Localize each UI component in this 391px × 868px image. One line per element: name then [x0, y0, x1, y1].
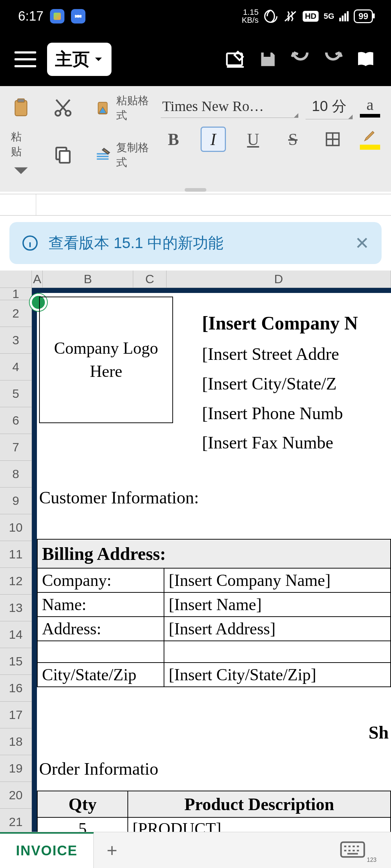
svg-rect-7	[60, 151, 70, 163]
row-header[interactable]: 17	[0, 702, 32, 728]
info-icon	[22, 235, 38, 251]
row-header[interactable]: 6	[0, 407, 32, 434]
row-header[interactable]: 19	[0, 755, 32, 782]
font-color-button[interactable]: a	[360, 95, 380, 118]
company-city: [Insert City/State/Z	[202, 369, 358, 399]
add-sheet-button[interactable]: +	[94, 840, 130, 861]
banner-close-button[interactable]: ✕	[355, 233, 369, 253]
borders-button[interactable]	[320, 127, 345, 152]
row-header[interactable]: 16	[0, 675, 32, 702]
table-row[interactable]: Address:[Insert Address]	[37, 617, 391, 641]
row-header[interactable]: 12	[0, 568, 32, 595]
table-row[interactable]: City/State/Zip[Insert City/State/Zip]	[37, 663, 391, 687]
font-color-letter: a	[366, 95, 374, 114]
cut-button[interactable]	[53, 98, 73, 118]
row-header[interactable]: 4	[0, 354, 32, 380]
underline-button[interactable]: U	[240, 127, 266, 152]
column-headers[interactable]: A B C D	[0, 271, 391, 288]
hd-badge: HD	[303, 11, 319, 22]
col-header-c[interactable]: C	[133, 271, 167, 288]
company-header-block[interactable]: [Insert Company N [Insert Street Addre […	[202, 307, 358, 458]
reading-mode-button[interactable]	[355, 48, 377, 70]
row-header[interactable]: 21	[0, 809, 32, 835]
row-header[interactable]: 8	[0, 461, 32, 488]
billing-value: [Insert Company Name]	[164, 568, 391, 592]
sync-icon	[264, 9, 278, 24]
network-speed: 1.15KB/s	[242, 8, 258, 24]
sheet-tab-invoice[interactable]: INVOICE	[0, 832, 94, 868]
billing-label: City/State/Zip	[37, 663, 164, 687]
row-header[interactable]: 9	[0, 488, 32, 514]
copy-format-button[interactable]: 复制格式	[95, 140, 150, 170]
chevron-down-icon	[11, 161, 31, 181]
billing-value: [Insert Address]	[164, 617, 391, 641]
font-size-select[interactable]: 10 分	[306, 93, 353, 119]
copy-button[interactable]	[53, 145, 73, 165]
row-header[interactable]: 20	[0, 782, 32, 809]
font-family-select[interactable]: Times New Ro…	[161, 95, 298, 118]
row-header[interactable]: 2	[0, 300, 32, 327]
order-header-desc: Product Description	[128, 791, 391, 817]
billing-header: Billing Address:	[37, 539, 391, 568]
sheet-tabs-bar: INVOICE + 123	[0, 832, 391, 868]
paste-format-button[interactable]: 粘贴格式	[95, 93, 150, 123]
billing-value: [Insert Name]	[164, 592, 391, 617]
col-header-a[interactable]: A	[32, 271, 43, 288]
whats-new-banner[interactable]: 查看版本 15.1 中的新功能 ✕	[9, 222, 382, 264]
table-row[interactable]: Company:[Insert Company Name]	[37, 568, 391, 592]
toolbar-collapse-handle[interactable]	[185, 188, 206, 192]
svg-rect-2	[18, 99, 25, 102]
customer-info-heading[interactable]: Customer Information:	[39, 488, 199, 507]
table-row[interactable]: Name:[Insert Name]	[37, 592, 391, 617]
signal-bars-icon	[339, 11, 349, 21]
highlight-button[interactable]	[360, 129, 380, 150]
row-header[interactable]: 18	[0, 728, 32, 755]
clock: 6:17	[18, 9, 43, 24]
row-header[interactable]: 11	[0, 541, 32, 568]
undo-button[interactable]	[290, 48, 311, 70]
shipping-heading-partial[interactable]: Sh	[369, 722, 389, 743]
edit-mode-button[interactable]	[224, 48, 246, 70]
save-button[interactable]	[257, 48, 279, 70]
row-header[interactable]: 14	[0, 621, 32, 648]
banner-text: 查看版本 15.1 中的新功能	[49, 233, 223, 253]
row-header[interactable]: 7	[0, 434, 32, 461]
paste-format-label: 粘贴格式	[116, 93, 150, 123]
row-header[interactable]: 15	[0, 648, 32, 675]
strikethrough-button[interactable]: S	[280, 127, 306, 152]
company-name: [Insert Company N	[202, 307, 358, 339]
bold-button[interactable]: B	[161, 127, 186, 152]
italic-button[interactable]: I	[201, 127, 226, 152]
row-header[interactable]: 5	[0, 380, 32, 407]
cell-reference-box[interactable]	[0, 194, 36, 215]
row-header[interactable]: 10	[0, 514, 32, 541]
keyboard-toggle-button[interactable]: 123	[340, 841, 377, 860]
order-info-heading[interactable]: Order Informatio	[39, 759, 169, 779]
billing-label: Name:	[37, 592, 164, 617]
spreadsheet-area[interactable]: A B C D 12345678910111213141516171819202…	[0, 271, 391, 868]
app-icon-2	[71, 9, 85, 24]
row-headers[interactable]: 123456789101112131415161718192021222324	[0, 288, 32, 868]
chevron-down-icon	[93, 54, 104, 64]
select-all-corner[interactable]	[0, 271, 32, 288]
formula-bar[interactable]	[0, 194, 391, 216]
app-icon-1	[50, 9, 64, 24]
billing-address-table[interactable]: Billing Address: Company:[Insert Company…	[37, 539, 391, 687]
network-type: 5G	[324, 12, 334, 21]
row-header[interactable]: 13	[0, 595, 32, 621]
cells-viewport[interactable]: Company Logo Here [Insert Company N [Ins…	[32, 288, 391, 868]
menu-button[interactable]	[14, 51, 36, 67]
paste-button[interactable]	[11, 98, 31, 118]
redo-button[interactable]	[322, 48, 344, 70]
row-header[interactable]: 3	[0, 327, 32, 354]
svg-rect-1	[15, 101, 27, 116]
company-logo-placeholder[interactable]: Company Logo Here	[39, 297, 173, 423]
col-header-b[interactable]: B	[43, 271, 133, 288]
table-row[interactable]	[37, 641, 391, 663]
company-street: [Insert Street Addre	[202, 339, 358, 369]
paste-dropdown[interactable]: 粘贴	[11, 129, 31, 181]
col-header-d[interactable]: D	[167, 271, 391, 288]
highlight-swatch	[360, 145, 380, 150]
row-header[interactable]: 1	[0, 288, 32, 300]
ribbon-home-dropdown[interactable]: 主页	[47, 43, 112, 76]
